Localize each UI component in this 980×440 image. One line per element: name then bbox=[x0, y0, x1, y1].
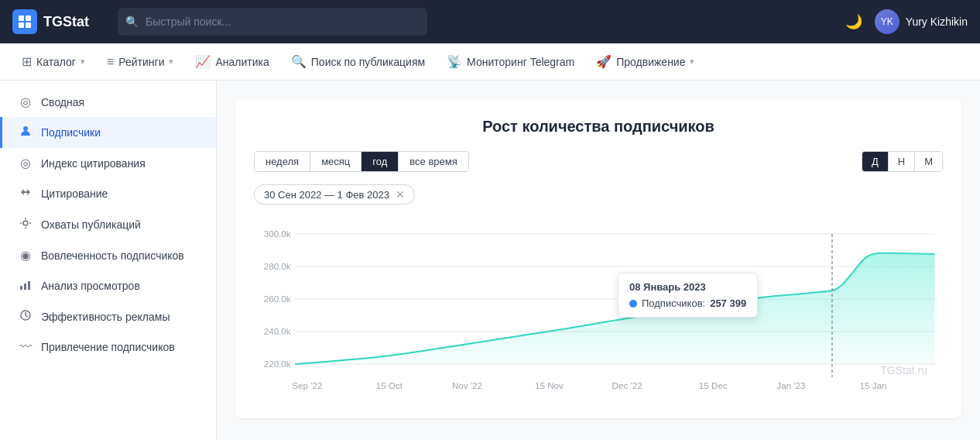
date-range-close-button[interactable]: ✕ bbox=[396, 188, 405, 201]
svg-text:15 Nov: 15 Nov bbox=[535, 381, 564, 390]
reach-icon bbox=[18, 217, 33, 232]
sidebar-item-reach[interactable]: Охваты публикаций bbox=[0, 209, 216, 240]
theme-toggle-button[interactable]: 🌙 bbox=[845, 13, 862, 30]
sidebar-item-attraction[interactable]: 〰 Привлечение подписчиков bbox=[0, 332, 216, 362]
nav-right: 🌙 YK Yury Kizhikin bbox=[845, 9, 968, 34]
sidebar-label-summary: Сводная bbox=[41, 96, 84, 108]
sidebar-label-attraction: Привлечение подписчиков bbox=[41, 341, 175, 353]
catalog-icon: ⊞ bbox=[22, 54, 32, 69]
citation-icon bbox=[18, 186, 33, 201]
period-tab-month[interactable]: месяц bbox=[310, 152, 362, 171]
sec-nav-promotion[interactable]: 🚀 Продвижение ▾ bbox=[587, 50, 704, 74]
avatar: YK bbox=[875, 9, 899, 34]
sidebar: ◎ Сводная Подписчики ◎ Индекс цитировани… bbox=[0, 81, 217, 440]
sec-nav-ratings[interactable]: ≡ Рейтинги ▾ bbox=[98, 50, 183, 74]
svg-text:15 Jan: 15 Jan bbox=[859, 381, 886, 390]
sidebar-label-engagement: Вовлеченность подписчиков bbox=[41, 249, 184, 262]
svg-text:240.0k: 240.0k bbox=[264, 327, 291, 336]
logo-text: TGStat bbox=[43, 14, 89, 30]
logo-icon bbox=[12, 9, 37, 34]
svg-rect-2 bbox=[19, 22, 24, 28]
sidebar-item-engagement[interactable]: ◉ Вовлеченность подписчиков bbox=[0, 240, 216, 270]
period-tab-all[interactable]: все время bbox=[399, 152, 468, 171]
svg-text:300.0k: 300.0k bbox=[264, 229, 291, 239]
analytics-icon: 📈 bbox=[195, 54, 211, 69]
chart-area bbox=[295, 253, 934, 364]
gran-tab-month[interactable]: М bbox=[915, 152, 942, 171]
sec-nav-search-pub-label: Поиск по публикациям bbox=[311, 56, 425, 68]
user-name: Yury Kizhikin bbox=[906, 15, 968, 28]
tooltip-row: Подписчиков: 257 399 bbox=[629, 297, 746, 309]
sidebar-label-reach: Охваты публикаций bbox=[41, 218, 141, 231]
period-tab-week[interactable]: неделя bbox=[255, 152, 310, 171]
svg-rect-3 bbox=[26, 22, 31, 28]
svg-rect-0 bbox=[19, 15, 24, 21]
sidebar-label-ad-efficiency: Эффективность рекламы bbox=[41, 311, 170, 323]
svg-point-4 bbox=[23, 126, 28, 131]
search-icon: 🔍 bbox=[125, 15, 139, 28]
main-layout: ◎ Сводная Подписчики ◎ Индекс цитировани… bbox=[0, 81, 980, 440]
svg-point-5 bbox=[23, 221, 28, 225]
sec-nav-search-pub[interactable]: 🔍 Поиск по публикациям bbox=[282, 50, 434, 74]
sidebar-label-citation: Цитирование bbox=[41, 187, 108, 200]
sidebar-item-citation-index[interactable]: ◎ Индекс цитирования bbox=[0, 148, 216, 178]
attraction-icon: 〰 bbox=[18, 340, 33, 354]
views-icon bbox=[18, 278, 33, 294]
svg-text:Nov '22: Nov '22 bbox=[452, 381, 482, 390]
subscribers-icon bbox=[18, 125, 33, 140]
summary-icon: ◎ bbox=[18, 95, 33, 109]
sidebar-label-citation-index: Индекс цитирования bbox=[41, 157, 146, 170]
citation-index-icon: ◎ bbox=[18, 156, 33, 170]
top-navbar: TGStat 🔍 🌙 YK Yury Kizhikin bbox=[0, 0, 980, 43]
gran-tab-day[interactable]: Д bbox=[862, 152, 889, 171]
tooltip-date: 08 Январь 2023 bbox=[629, 281, 746, 293]
ad-efficiency-icon bbox=[18, 309, 33, 325]
sidebar-item-subscribers[interactable]: Подписчики bbox=[0, 117, 216, 148]
content-area: Рост количества подписчиков неделя месяц… bbox=[217, 81, 980, 440]
svg-text:15 Oct: 15 Oct bbox=[376, 381, 403, 390]
ratings-icon: ≡ bbox=[107, 55, 114, 69]
sidebar-item-citation[interactable]: Цитирование bbox=[0, 178, 216, 209]
svg-rect-6 bbox=[20, 286, 22, 290]
svg-rect-8 bbox=[28, 281, 30, 290]
monitoring-icon: 📡 bbox=[447, 54, 462, 69]
sec-nav-monitoring[interactable]: 📡 Мониторинг Telegram bbox=[437, 50, 584, 74]
sec-nav-catalog-label: Каталог bbox=[36, 56, 76, 68]
secondary-navbar: ⊞ Каталог ▾ ≡ Рейтинги ▾ 📈 Аналитика 🔍 П… bbox=[0, 43, 980, 81]
sidebar-label-views: Анализ просмотров bbox=[41, 280, 140, 292]
svg-text:Jan '23: Jan '23 bbox=[776, 381, 805, 390]
promotion-arrow-icon: ▾ bbox=[690, 57, 694, 67]
sidebar-label-subscribers: Подписчики bbox=[41, 126, 101, 139]
engagement-icon: ◉ bbox=[18, 248, 33, 263]
sec-nav-promotion-label: Продвижение bbox=[616, 56, 685, 68]
date-range-badge[interactable]: 30 Сен 2022 — 1 Фев 2023 ✕ bbox=[254, 184, 415, 205]
sec-nav-analytics-label: Аналитика bbox=[215, 56, 269, 68]
svg-rect-7 bbox=[24, 284, 26, 290]
catalog-arrow-icon: ▾ bbox=[81, 57, 85, 67]
sidebar-item-views[interactable]: Анализ просмотров bbox=[0, 270, 216, 301]
svg-text:Dec '22: Dec '22 bbox=[612, 381, 642, 390]
user-menu[interactable]: YK Yury Kizhikin bbox=[875, 9, 968, 34]
svg-text:Sep '22: Sep '22 bbox=[292, 381, 322, 390]
svg-text:260.0k: 260.0k bbox=[264, 294, 291, 304]
date-range-text: 30 Сен 2022 — 1 Фев 2023 bbox=[264, 189, 389, 201]
svg-rect-1 bbox=[26, 15, 31, 21]
chart-controls: неделя месяц год все время Д Н М bbox=[254, 151, 943, 172]
logo[interactable]: TGStat bbox=[12, 9, 105, 34]
period-tab-year[interactable]: год bbox=[362, 152, 399, 171]
period-tabs: неделя месяц год все время bbox=[254, 151, 469, 172]
search-input[interactable] bbox=[118, 8, 427, 36]
sec-nav-ratings-label: Рейтинги bbox=[118, 56, 164, 68]
sec-nav-analytics[interactable]: 📈 Аналитика bbox=[186, 50, 278, 74]
sidebar-item-summary[interactable]: ◎ Сводная bbox=[0, 87, 216, 117]
svg-text:220.0k: 220.0k bbox=[264, 359, 291, 369]
tooltip-dot bbox=[629, 300, 637, 308]
sidebar-item-ad-efficiency[interactable]: Эффективность рекламы bbox=[0, 301, 216, 332]
sec-nav-catalog[interactable]: ⊞ Каталог ▾ bbox=[12, 50, 94, 74]
svg-text:15 Dec: 15 Dec bbox=[699, 381, 728, 390]
chart-container: Рост количества подписчиков неделя месяц… bbox=[235, 99, 961, 418]
gran-tab-week[interactable]: Н bbox=[889, 152, 915, 171]
granularity-tabs: Д Н М bbox=[862, 151, 943, 172]
ratings-arrow-icon: ▾ bbox=[169, 57, 173, 67]
chart-svg-wrap: 300.0k 280.0k 260.0k 240.0k 220.0k bbox=[254, 226, 943, 400]
